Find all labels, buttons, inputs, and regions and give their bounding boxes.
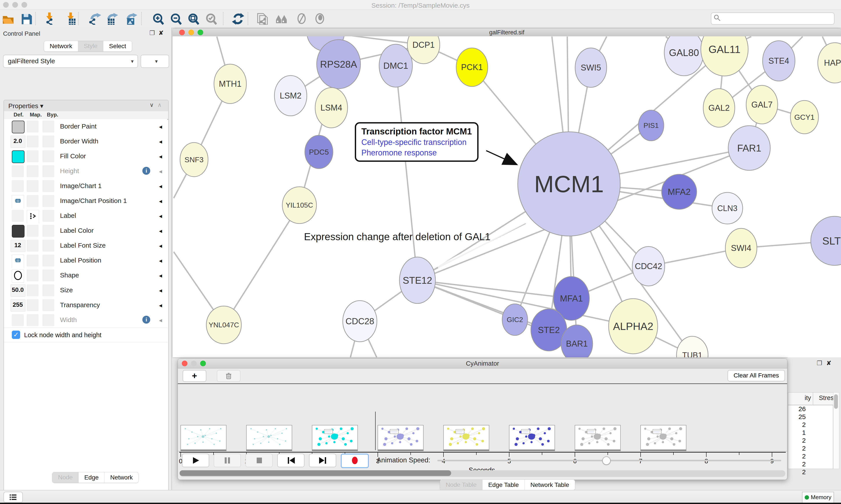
mapping-cell[interactable] xyxy=(27,270,38,281)
binoculars-icon[interactable] xyxy=(275,13,288,25)
delete-frame-button[interactable] xyxy=(217,370,240,382)
network-edge[interactable] xyxy=(396,66,417,280)
table-cell[interactable]: 1 xyxy=(788,429,806,436)
tab-style[interactable]: Style xyxy=(78,41,103,51)
position-icon[interactable] xyxy=(12,255,24,269)
mapping-cell[interactable] xyxy=(27,165,38,177)
panel-float-icon[interactable]: ❐ xyxy=(817,360,822,367)
mapping-cell[interactable] xyxy=(27,314,38,326)
tab-network[interactable]: Network xyxy=(44,41,78,51)
tab-network-table[interactable]: Network Table xyxy=(525,480,575,490)
position-icon[interactable] xyxy=(12,195,24,210)
pause-button[interactable] xyxy=(214,454,241,467)
frame-3-thumbnail[interactable] xyxy=(312,425,358,451)
add-frame-button[interactable]: + xyxy=(183,370,206,382)
play-button[interactable] xyxy=(182,454,209,467)
memory-button[interactable]: Memory xyxy=(802,492,834,503)
expand-arrow-icon[interactable]: ◂ xyxy=(159,227,162,234)
info-icon[interactable]: i xyxy=(142,167,150,175)
tab-node[interactable]: Node xyxy=(52,472,78,483)
bypass-cell[interactable] xyxy=(42,299,54,311)
property-row[interactable]: 12Label Font Size◂ xyxy=(4,238,167,253)
property-row[interactable]: 50.0Size◂ xyxy=(4,283,167,298)
tab-network[interactable]: Network xyxy=(105,472,139,483)
expand-arrow-icon[interactable]: ◂ xyxy=(159,287,162,294)
property-row[interactable]: 255Transparency◂ xyxy=(4,298,167,313)
property-row[interactable]: Fill Color◂ xyxy=(4,149,167,164)
mapping-cell[interactable] xyxy=(27,225,38,237)
network-canvas[interactable]: RPS28BRPS28ADMC1DCP1PCK1MTH1LSM2LSM4SNF3… xyxy=(173,36,841,357)
annotation-box[interactable]: Transcription factor MCM1 Cell-type-spec… xyxy=(355,122,479,162)
bypass-cell[interactable] xyxy=(42,284,54,296)
property-row[interactable]: Image/Chart Position 1◂ xyxy=(4,194,167,209)
mapping-cell[interactable] xyxy=(27,136,38,147)
property-row[interactable]: Widthi◂ xyxy=(4,313,167,328)
bypass-cell[interactable] xyxy=(42,180,54,192)
table-cell[interactable]: 2 xyxy=(788,421,806,429)
default-cell[interactable] xyxy=(12,180,24,192)
network-node-GAL11[interactable] xyxy=(701,36,748,76)
text-annotation[interactable]: Expression change after deletion of GAL1 xyxy=(304,231,490,242)
table-cell[interactable]: 2 xyxy=(788,468,806,476)
property-row[interactable]: Shape◂ xyxy=(4,268,167,283)
mapping-cell[interactable] xyxy=(27,150,38,162)
property-row[interactable]: Heighti◂ xyxy=(4,164,167,179)
frame-8-thumbnail[interactable] xyxy=(640,425,686,451)
property-row[interactable]: Border Paint◂ xyxy=(4,119,167,134)
record-button[interactable] xyxy=(341,454,369,468)
table-cell[interactable]: 25 xyxy=(788,413,806,420)
zoom-out-icon[interactable] xyxy=(169,13,182,25)
default-cell[interactable] xyxy=(12,210,24,222)
frame-2-thumbnail[interactable] xyxy=(246,425,292,451)
table-cell[interactable]: 2 xyxy=(788,445,806,452)
bypass-cell[interactable] xyxy=(42,121,54,132)
expand-arrow-icon[interactable]: ◂ xyxy=(159,272,162,279)
default-value-swatch[interactable] xyxy=(12,121,24,133)
mapping-cell[interactable] xyxy=(27,180,38,192)
annotation-link[interactable]: Cell-type-specific transcription xyxy=(361,138,472,147)
clear-all-frames-button[interactable]: Clear All Frames xyxy=(728,370,785,381)
expand-arrow-icon[interactable]: ◂ xyxy=(159,242,162,249)
save-icon[interactable] xyxy=(20,13,32,25)
expand-arrow-icon[interactable]: ◂ xyxy=(159,257,162,264)
zoom-in-icon[interactable] xyxy=(151,13,164,25)
expand-arrow-icon[interactable]: ◂ xyxy=(159,317,162,324)
go-to-end-button[interactable] xyxy=(309,454,336,467)
export-network-icon[interactable] xyxy=(89,13,101,25)
discrete-mapping-icon[interactable] xyxy=(27,210,39,224)
import-table-icon[interactable] xyxy=(65,13,77,25)
show-graphics-icon[interactable] xyxy=(314,13,326,25)
timeline-horizontal-scrollbar[interactable] xyxy=(180,470,785,477)
info-icon[interactable]: i xyxy=(142,316,150,324)
bypass-cell[interactable] xyxy=(42,240,54,252)
default-value-swatch[interactable] xyxy=(12,150,24,163)
default-value[interactable]: 50.0 xyxy=(11,286,25,293)
bypass-cell[interactable] xyxy=(42,136,54,147)
tab-edge[interactable]: Edge xyxy=(78,472,105,483)
property-row[interactable]: Label◂ xyxy=(4,209,167,223)
tab-node-table[interactable]: Node Table xyxy=(440,480,482,490)
clipboard-icon[interactable] xyxy=(255,13,268,25)
scrollbar-thumb[interactable] xyxy=(180,470,451,476)
network-edge[interactable] xyxy=(224,205,299,325)
export-table-icon[interactable] xyxy=(106,13,118,25)
expand-all-icon[interactable]: ∨ xyxy=(149,102,153,108)
ellipse-shape-icon[interactable] xyxy=(12,270,24,283)
table-cell[interactable]: 26 xyxy=(788,405,806,413)
export-image-icon[interactable] xyxy=(125,13,137,25)
expand-arrow-icon[interactable]: ◂ xyxy=(159,302,162,309)
expand-arrow-icon[interactable]: ◂ xyxy=(159,197,162,205)
property-row[interactable]: Label Position◂ xyxy=(4,253,167,268)
bypass-cell[interactable] xyxy=(42,225,54,237)
bypass-cell[interactable] xyxy=(42,195,54,207)
hide-graphics-icon[interactable] xyxy=(296,13,308,25)
panel-close-icon[interactable]: ✘ xyxy=(826,360,831,367)
frame-6-thumbnail[interactable] xyxy=(509,425,555,451)
panel-close-icon[interactable]: ✘ xyxy=(159,29,164,37)
expand-arrow-icon[interactable]: ◂ xyxy=(159,183,162,190)
mapping-cell[interactable] xyxy=(27,299,38,311)
lock-checkbox[interactable]: ✓ xyxy=(12,330,20,339)
table-cell[interactable]: 2 xyxy=(788,437,806,444)
mapping-cell[interactable] xyxy=(27,284,38,296)
go-to-start-button[interactable] xyxy=(277,454,304,467)
